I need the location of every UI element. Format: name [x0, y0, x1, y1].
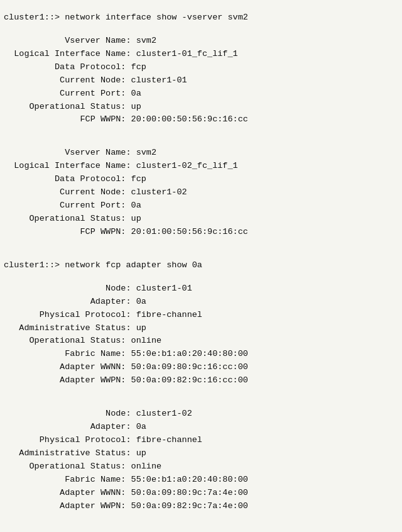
- data-line: Operational Status: online: [4, 335, 398, 348]
- data-line: Node: cluster1-01: [4, 282, 398, 296]
- gap: [4, 126, 398, 136]
- data-line: Adapter: 0a: [4, 421, 398, 434]
- gap: [4, 397, 398, 407]
- data-line: Logical Interface Name: cluster1-01_fc_l…: [4, 48, 398, 61]
- data-line: Operational Status: up: [4, 101, 398, 114]
- data-line: Operational Status: online: [4, 460, 398, 474]
- gap: [4, 387, 398, 397]
- gap: [4, 136, 398, 147]
- data-line: Data Protocol: fcp: [4, 61, 398, 74]
- prompt-line: cluster1::> network interface show -vser…: [4, 11, 398, 25]
- gap: [4, 25, 398, 35]
- data-line: Physical Protocol: fibre-channel: [4, 309, 398, 322]
- gap: [4, 239, 398, 249]
- data-line: Adapter: 0a: [4, 296, 398, 309]
- data-line: Physical Protocol: fibre-channel: [4, 434, 398, 447]
- data-line: Adapter WWNN: 50:0a:09:80:9c:16:cc:00: [4, 361, 398, 374]
- data-line: Administrative Status: up: [4, 322, 398, 335]
- data-line: Data Protocol: fcp: [4, 173, 398, 186]
- data-line: Vserver Name: svm2: [4, 147, 398, 160]
- data-line: Current Port: 0a: [4, 199, 398, 213]
- data-line: Fabric Name: 55:0e:b1:a0:20:40:80:00: [4, 348, 398, 361]
- gap: [4, 272, 398, 282]
- data-line: Adapter WWNN: 50:0a:09:80:9c:7a:4e:00: [4, 487, 398, 500]
- data-line: FCP WWPN: 20:01:00:50:56:9c:16:cc: [4, 226, 398, 239]
- gap: [4, 249, 398, 259]
- data-line: Node: cluster1-02: [4, 407, 398, 421]
- data-line: Current Port: 0a: [4, 87, 398, 101]
- data-line: Fabric Name: 55:0e:b1:a0:20:40:80:00: [4, 474, 398, 487]
- data-line: Operational Status: up: [4, 213, 398, 226]
- prompt-line: cluster1::> network fcp adapter show 0a: [4, 259, 398, 272]
- data-line: Vserver Name: svm2: [4, 35, 398, 48]
- data-line: Adapter WWPN: 50:0a:09:82:9c:7a:4e:00: [4, 500, 398, 513]
- terminal-window: cluster1::> network interface show -vser…: [0, 6, 402, 532]
- data-line: FCP WWPN: 20:00:00:50:56:9c:16:cc: [4, 113, 398, 126]
- data-line: Logical Interface Name: cluster1-02_fc_l…: [4, 160, 398, 173]
- data-line: Current Node: cluster1-01: [4, 74, 398, 87]
- data-line: Administrative Status: up: [4, 447, 398, 460]
- data-line: Adapter WWPN: 50:0a:09:82:9c:16:cc:00: [4, 374, 398, 387]
- data-line: Current Node: cluster1-02: [4, 186, 398, 199]
